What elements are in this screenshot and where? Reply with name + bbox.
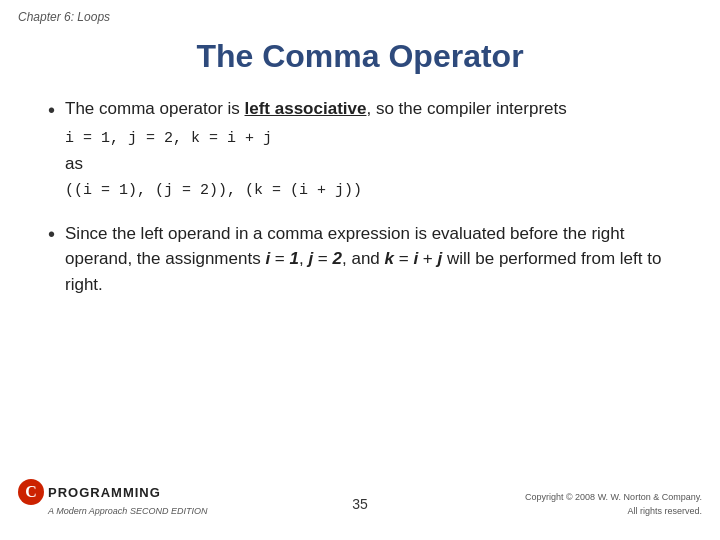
bullet-2-val1: 1 <box>289 249 298 268</box>
bullet-2-code3: k <box>385 249 394 268</box>
page-title: The Comma Operator <box>0 38 720 75</box>
bullet-2-code2: j <box>308 249 313 268</box>
bullet-1-text: The comma operator is left associative, … <box>65 97 567 122</box>
bullet-2-text: Since the left operand in a comma expres… <box>65 221 672 298</box>
bullet-1-intro: The comma operator is <box>65 99 245 118</box>
page-number: 35 <box>352 496 368 512</box>
footer-logo: C PROGRAMMING A Modern Approach SECOND E… <box>18 479 207 516</box>
footer-copyright: Copyright © 2008 W. W. Norton & Company.… <box>525 491 702 518</box>
code-block-1: i = 1, j = 2, k = i + j <box>65 128 567 151</box>
code-block-2: ((i = 1), (j = 2)), (k = (i + j)) <box>65 180 567 203</box>
logo-c-circle: C <box>18 479 44 505</box>
logo-programming-text: PROGRAMMING <box>48 485 161 500</box>
bullet-1-highlight: left associative <box>245 99 367 118</box>
bullet-dot-1: • <box>48 99 55 122</box>
bullet-2-val2: 2 <box>333 249 342 268</box>
logo-top: C PROGRAMMING <box>18 479 161 505</box>
bullet-item-2: • Since the left operand in a comma expr… <box>48 221 672 298</box>
logo-subtitle: A Modern Approach SECOND EDITION <box>48 506 207 516</box>
bullet-2-expr: i <box>413 249 418 268</box>
as-text: as <box>65 154 567 174</box>
chapter-label: Chapter 6: Loops <box>18 10 110 24</box>
bullet-2-code1: i <box>265 249 270 268</box>
bullet-item-1: • The comma operator is left associative… <box>48 97 672 207</box>
bullet-1-body: The comma operator is left associative, … <box>65 97 567 207</box>
bullet-1-suffix: , so the compiler interprets <box>366 99 566 118</box>
bullet-dot-2: • <box>48 223 55 246</box>
copyright-line2: All rights reserved. <box>627 506 702 516</box>
copyright-line1: Copyright © 2008 W. W. Norton & Company. <box>525 492 702 502</box>
content-area: • The comma operator is left associative… <box>0 97 720 297</box>
bullet-2-expr2: j <box>437 249 442 268</box>
